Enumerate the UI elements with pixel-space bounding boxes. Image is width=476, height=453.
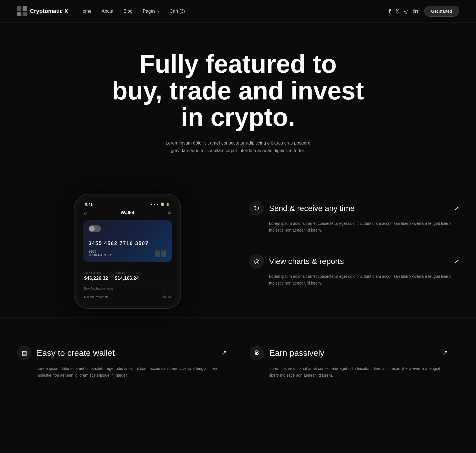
chevron-down-icon: ∨: [157, 9, 160, 13]
bottom-feature-header-wallet: ▤ Easy to create wallet ↗: [17, 346, 227, 360]
nav-about[interactable]: About: [102, 9, 113, 14]
feature-header-send: ↻ Send & receive any time ↗: [249, 201, 459, 216]
earn-icon: Ƀ: [250, 346, 264, 360]
get-started-button[interactable]: Get started: [424, 6, 459, 17]
hero-subtitle: Lorem ipsum dolor sit amet consectetur a…: [162, 139, 314, 154]
status-icons: ▲▲▲ 🛜 🔋: [150, 203, 170, 206]
twitter-icon[interactable]: 𝕏: [395, 8, 400, 14]
total-balance-label: Total Balance: [84, 271, 108, 274]
navbar: Cryptomatic X Home About Blog Pages ∨ Ca…: [0, 0, 476, 23]
linkedin-icon[interactable]: 𝗶𝗻: [413, 8, 418, 14]
see-all-link[interactable]: See all: [162, 295, 171, 298]
svg-rect-3: [23, 12, 27, 16]
balance-row: Total Balance $46,226.32 Portfolio $14,1…: [78, 267, 177, 285]
phone-card: 3455 4562 7710 3507 14/32 JOHN CARTER: [83, 220, 172, 262]
wifi-icon: 🛜: [160, 203, 164, 206]
svg-rect-1: [23, 6, 27, 11]
wallet-icon: ▤: [17, 346, 32, 360]
bottom-feature-arrow-earn[interactable]: ↗: [443, 349, 448, 357]
phone-wallet-title: Wallet: [121, 210, 135, 216]
navbar-left: Cryptomatic X Home About Blog Pages ∨ Ca…: [17, 6, 185, 16]
social-icons: 𝗳 𝕏 ◎ 𝗶𝗻: [389, 8, 418, 14]
card-number: 3455 4562 7710 3507: [89, 241, 166, 247]
battery-icon: 🔋: [166, 203, 170, 206]
portfolio-item: Portfolio $14,106.24: [115, 271, 139, 281]
bottom-features: ▤ Easy to create wallet ↗ Lorem ipsum do…: [0, 317, 476, 413]
bottom-feature-arrow-wallet[interactable]: ↗: [222, 349, 227, 357]
phone-screen: 9:41 ▲▲▲ 🛜 🔋 ⌕ Wallet ≡ 3455 4562 7: [78, 198, 177, 304]
phone-mockup-container: 9:41 ▲▲▲ 🛜 🔋 ⌕ Wallet ≡ 3455 4562 7: [17, 188, 238, 314]
feature-arrow-send[interactable]: ↗: [454, 205, 459, 212]
card-chip: [155, 250, 166, 257]
logo[interactable]: Cryptomatic X: [17, 6, 68, 16]
send-receive-icon: ↻: [249, 201, 264, 216]
bottom-feature-desc-wallet: Lorem ipsum dolor sit amet consectetur e…: [17, 365, 227, 379]
features-section: 9:41 ▲▲▲ 🛜 🔋 ⌕ Wallet ≡ 3455 4562 7: [0, 171, 476, 314]
bottom-feature-wallet: ▤ Easy to create wallet ↗ Lorem ipsum do…: [17, 334, 238, 390]
portfolio-amount: $14,106.24: [115, 276, 139, 281]
nav-blog[interactable]: Blog: [124, 9, 133, 14]
total-balance-amount: $46,226.32: [84, 276, 108, 281]
bottom-feature-title-earn: Earn passively: [269, 348, 438, 358]
hero-title: Fully featured to buy, trade and invest …: [111, 51, 365, 131]
feature-arrow-charts[interactable]: ↗: [454, 258, 459, 265]
recent-payments-label: Recent Payments: [84, 295, 109, 299]
feature-desc-send: Lorem ipsum dolor sit amet consectetur e…: [249, 220, 459, 234]
feature-desc-charts: Lorem ipsum dolor sit amet consectetur e…: [249, 273, 459, 287]
feature-header-charts: ◎ View charts & reports ↗: [249, 254, 459, 269]
phone-time: 9:41: [85, 202, 92, 206]
card-name: JOHN CARTER: [89, 253, 111, 257]
svg-rect-2: [17, 12, 21, 16]
svg-rect-0: [17, 6, 21, 11]
hero-section: Fully featured to buy, trade and invest …: [0, 23, 476, 171]
bottom-feature-title-wallet: Easy to create wallet: [37, 348, 217, 358]
feature-item-charts: ◎ View charts & reports ↗ Lorem ipsum do…: [249, 244, 459, 297]
bottom-feature-header-earn: Ƀ Earn passively ↗: [250, 346, 448, 360]
navbar-right: 𝗳 𝕏 ◎ 𝗶𝗻 Get started: [389, 6, 459, 17]
feature-item-send: ↻ Send & receive any time ↗ Lorem ipsum …: [249, 191, 459, 244]
nav-cart[interactable]: Cart (3): [170, 9, 185, 14]
phone-nav-bar: ⌕ Wallet ≡: [78, 209, 177, 220]
card-details: 14/32 JOHN CARTER: [89, 250, 166, 257]
charts-icon: ◎: [249, 254, 264, 269]
logo-text: Cryptomatic X: [30, 8, 68, 14]
card-expiry: 14/32: [89, 250, 111, 253]
bottom-feature-desc-earn: Lorem ipsum dolor sit amet consectetur e…: [250, 365, 448, 379]
feature-title-send: Send & receive any time: [269, 204, 449, 213]
instagram-icon[interactable]: ◎: [404, 8, 409, 14]
feature-items-right: ↻ Send & receive any time ↗ Lorem ipsum …: [238, 188, 459, 297]
portfolio-label: Portfolio: [115, 271, 139, 274]
search-icon: ⌕: [84, 210, 87, 216]
purchase-label: New Purchase Amount: [84, 287, 171, 290]
phone-status-bar: 9:41 ▲▲▲ 🛜 🔋: [78, 198, 177, 209]
purchase-section: New Purchase Amount: [78, 285, 177, 292]
signal-icon: ▲▲▲: [150, 203, 159, 206]
bottom-feature-earn: Ƀ Earn passively ↗ Lorem ipsum dolor sit…: [238, 334, 459, 390]
facebook-icon[interactable]: 𝗳: [389, 8, 391, 14]
feature-title-charts: View charts & reports: [269, 257, 449, 266]
nav-pages-dropdown[interactable]: Pages ∨: [143, 9, 159, 14]
nav-links: Home About Blog Pages ∨ Cart (3): [80, 9, 185, 14]
card-toggle: [89, 225, 101, 232]
menu-icon: ≡: [168, 210, 171, 216]
logo-icon: [17, 6, 27, 16]
total-balance-item: Total Balance $46,226.32: [84, 271, 108, 281]
recent-payments-row: Recent Payments See all: [78, 292, 177, 304]
phone-outer: 9:41 ▲▲▲ 🛜 🔋 ⌕ Wallet ≡ 3455 4562 7: [74, 194, 181, 309]
nav-home[interactable]: Home: [80, 9, 92, 14]
